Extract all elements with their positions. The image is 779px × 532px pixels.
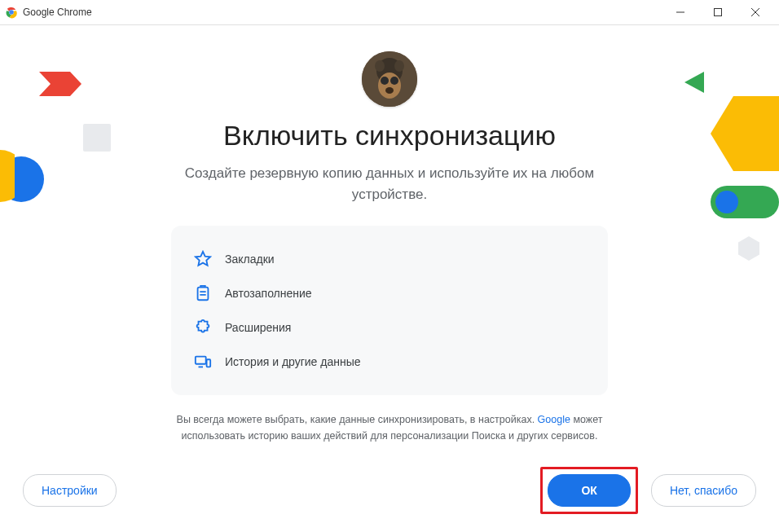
footer: Настройки ОК Нет, спасибо bbox=[0, 467, 779, 514]
clipboard-icon bbox=[194, 284, 212, 302]
ok-button[interactable]: ОК bbox=[548, 474, 630, 507]
page-subtitle: Создайте резервную копию данных и исполь… bbox=[178, 163, 601, 204]
star-icon bbox=[194, 250, 212, 268]
feature-extensions: Расширения bbox=[194, 310, 585, 345]
window-title: Google Chrome bbox=[23, 7, 662, 18]
minimize-button[interactable] bbox=[662, 0, 699, 24]
svg-rect-18 bbox=[207, 359, 211, 367]
devices-icon bbox=[194, 353, 212, 371]
titlebar: Google Chrome bbox=[0, 0, 779, 25]
close-button[interactable] bbox=[737, 0, 774, 24]
svg-rect-17 bbox=[196, 357, 206, 364]
main-content: Включить синхронизацию Создайте резервну… bbox=[0, 25, 779, 444]
disclaimer-before: Вы всегда можете выбрать, какие данные с… bbox=[177, 414, 538, 425]
svg-point-12 bbox=[378, 73, 401, 99]
window-controls bbox=[662, 0, 774, 24]
chrome-icon bbox=[5, 6, 18, 19]
avatar bbox=[362, 51, 417, 107]
svg-rect-3 bbox=[715, 9, 722, 16]
feature-list: Закладки Автозаполнение Расширения Истор… bbox=[171, 226, 608, 395]
puzzle-icon bbox=[194, 319, 212, 336]
svg-point-15 bbox=[385, 87, 394, 94]
feature-autofill: Автозаполнение bbox=[194, 276, 585, 310]
feature-label: Автозаполнение bbox=[225, 287, 312, 300]
ok-highlight: ОК bbox=[540, 467, 637, 514]
settings-button[interactable]: Настройки bbox=[23, 474, 117, 507]
svg-point-10 bbox=[375, 60, 385, 72]
feature-label: История и другие данные bbox=[225, 355, 361, 368]
disclaimer: Вы всегда можете выбрать, какие данные с… bbox=[161, 411, 618, 444]
feature-history: История и другие данные bbox=[194, 345, 585, 379]
google-link[interactable]: Google bbox=[538, 414, 570, 425]
svg-rect-16 bbox=[198, 288, 209, 301]
feature-bookmarks: Закладки bbox=[194, 242, 585, 276]
feature-label: Расширения bbox=[225, 321, 291, 334]
svg-point-13 bbox=[381, 77, 389, 85]
svg-point-11 bbox=[394, 60, 404, 72]
maximize-button[interactable] bbox=[699, 0, 737, 24]
svg-point-14 bbox=[390, 77, 398, 85]
page-title: Включить синхронизацию bbox=[0, 120, 779, 152]
no-thanks-button[interactable]: Нет, спасибо bbox=[651, 474, 756, 507]
feature-label: Закладки bbox=[225, 253, 275, 266]
